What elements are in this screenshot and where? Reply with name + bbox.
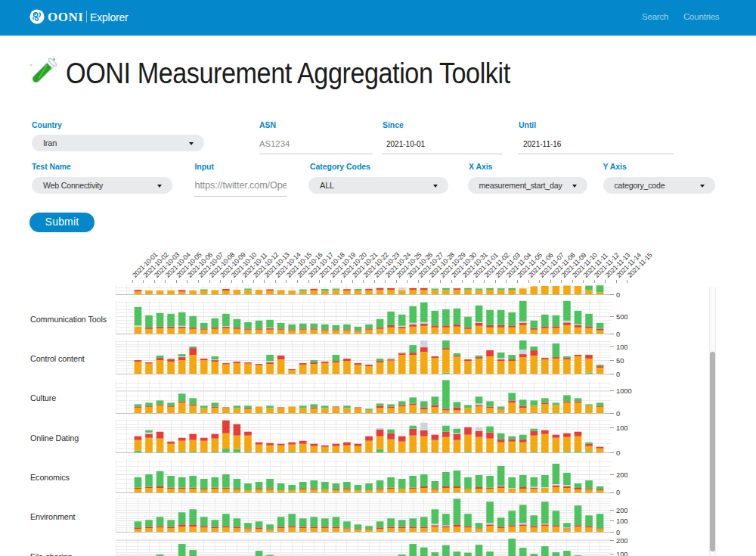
svg-text:2021-11-02: 2021-11-02: [483, 251, 511, 279]
svg-text:2021-10-04: 2021-10-04: [164, 251, 192, 279]
svg-text:2021-11-08: 2021-11-08: [549, 251, 577, 279]
svg-text:2021-10-19: 2021-10-19: [329, 251, 357, 279]
svg-text:2021-10-03: 2021-10-03: [153, 251, 181, 279]
svg-text:2021-11-03: 2021-11-03: [494, 251, 522, 279]
svg-text:2021-10-24: 2021-10-24: [384, 251, 412, 279]
svg-text:Online Dating: Online Dating: [30, 433, 79, 443]
svg-text:2021-11-09: 2021-11-09: [560, 251, 588, 279]
svg-text:2021-10-08: 2021-10-08: [208, 251, 236, 279]
svg-text:2021-10-09: 2021-10-09: [218, 251, 246, 279]
svg-text:2021-10-21: 2021-10-21: [351, 251, 379, 279]
svg-text:2021-10-22: 2021-10-22: [362, 251, 390, 279]
svg-text:2021-10-07: 2021-10-07: [197, 251, 225, 279]
svg-text:0: 0: [616, 529, 620, 536]
svg-text:2021-10-05: 2021-10-05: [175, 251, 203, 279]
svg-text:2021-10-20: 2021-10-20: [339, 251, 367, 279]
svg-text:2021-11-15: 2021-11-15: [626, 251, 654, 279]
svg-text:100: 100: [616, 343, 628, 351]
svg-text:2021-10-23: 2021-10-23: [373, 251, 401, 279]
svg-text:2021-10-15: 2021-10-15: [285, 251, 313, 279]
svg-text:2021-11-07: 2021-11-07: [538, 251, 565, 279]
svg-text:2021-10-26: 2021-10-26: [406, 251, 434, 279]
svg-text:2021-10-01: 2021-10-01: [131, 251, 159, 279]
svg-text:2021-10-14: 2021-10-14: [274, 251, 302, 279]
svg-text:2021-11-11: 2021-11-11: [582, 251, 609, 278]
svg-text:50: 50: [616, 357, 624, 365]
svg-text:2021-10-13: 2021-10-13: [263, 251, 291, 279]
svg-text:2021-11-05: 2021-11-05: [516, 251, 544, 279]
svg-text:Communication Tools: Communication Tools: [30, 315, 107, 324]
svg-text:2021-11-04: 2021-11-04: [505, 251, 533, 279]
svg-text:Culture: Culture: [30, 393, 56, 402]
svg-text:2021-11-12: 2021-11-12: [593, 251, 621, 279]
svg-text:2021-10-17: 2021-10-17: [307, 251, 335, 279]
svg-text:0: 0: [616, 291, 620, 299]
svg-text:0: 0: [616, 489, 620, 496]
svg-text:2021-10-06: 2021-10-06: [186, 251, 214, 279]
svg-text:1000: 1000: [616, 387, 632, 395]
svg-text:2021-10-31: 2021-10-31: [461, 251, 489, 279]
svg-text:0: 0: [616, 449, 620, 457]
svg-text:Economics: Economics: [30, 473, 70, 482]
svg-text:2021-10-30: 2021-10-30: [450, 251, 478, 279]
svg-text:2021-10-27: 2021-10-27: [417, 251, 445, 279]
svg-text:200: 200: [616, 471, 628, 479]
svg-text:200: 200: [616, 537, 628, 545]
svg-text:File-sharing: File-sharing: [30, 552, 72, 556]
svg-text:Environment: Environment: [30, 512, 76, 521]
svg-text:0: 0: [616, 331, 620, 338]
svg-text:100: 100: [616, 551, 628, 556]
svg-text:2021-10-12: 2021-10-12: [252, 251, 280, 279]
svg-text:2021-10-18: 2021-10-18: [318, 251, 345, 279]
svg-text:2021-10-02: 2021-10-02: [142, 251, 170, 279]
svg-text:2021-10-29: 2021-10-29: [438, 251, 466, 279]
svg-text:500: 500: [616, 313, 628, 321]
svg-text:100: 100: [616, 517, 628, 525]
svg-text:2021-11-10: 2021-11-10: [571, 251, 599, 279]
svg-text:2021-11-13: 2021-11-13: [604, 251, 632, 279]
svg-text:0: 0: [616, 410, 620, 418]
svg-text:2021-11-14: 2021-11-14: [615, 251, 643, 279]
svg-text:0: 0: [616, 371, 620, 378]
svg-text:2021-10-28: 2021-10-28: [428, 251, 456, 279]
svg-text:2021-11-06: 2021-11-06: [527, 251, 555, 279]
svg-text:100: 100: [616, 424, 628, 432]
svg-text:2021-10-16: 2021-10-16: [296, 251, 324, 279]
svg-text:2021-10-10: 2021-10-10: [230, 251, 258, 279]
svg-text:2021-10-25: 2021-10-25: [395, 251, 423, 279]
svg-text:200: 200: [616, 507, 628, 514]
svg-text:Control content: Control content: [30, 354, 85, 363]
svg-text:2021-10-11: 2021-10-11: [241, 251, 269, 279]
svg-text:2021-11-01: 2021-11-01: [472, 251, 500, 279]
